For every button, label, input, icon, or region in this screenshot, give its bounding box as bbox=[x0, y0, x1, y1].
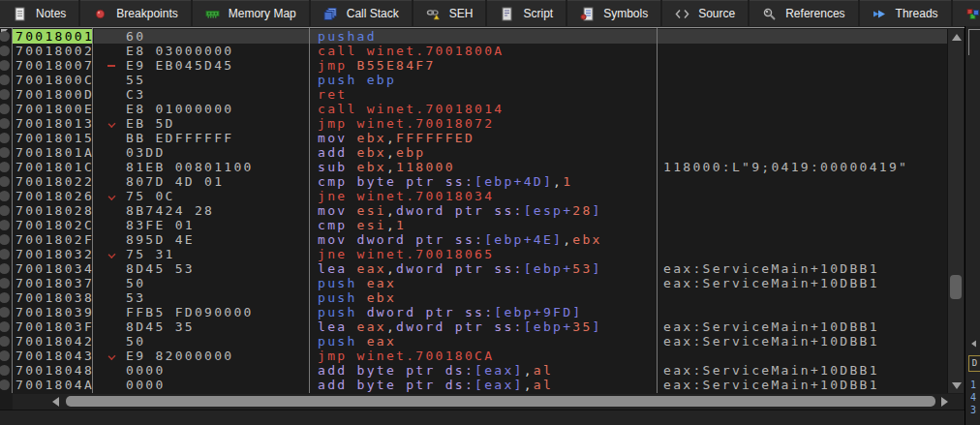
breakpoint-dot[interactable] bbox=[0, 191, 10, 201]
instruction-address: 70018013 bbox=[15, 116, 94, 131]
instruction-bytes: FFB5 FD090000 bbox=[126, 305, 254, 319]
breakpoint-dot[interactable] bbox=[0, 205, 10, 216]
instruction-token: [esp+ bbox=[524, 203, 573, 218]
breakpoint-dot[interactable] bbox=[0, 234, 10, 245]
jump-down-icon bbox=[108, 352, 116, 360]
instruction-token: lea bbox=[318, 261, 357, 276]
disasm-row[interactable]: 70018002E8 03000000call winet.7001800A bbox=[0, 44, 947, 58]
scroll-right-button[interactable] bbox=[937, 394, 952, 410]
breakpoint-dot[interactable] bbox=[0, 220, 10, 230]
instruction-token: call winet.7001800A bbox=[318, 44, 504, 58]
instruction-token: [ebp+4E] bbox=[484, 232, 563, 247]
instruction-token: dword ptr ss: bbox=[367, 305, 495, 319]
disasm-row[interactable]: 7001802C83FE 01cmp esi,1 bbox=[0, 218, 947, 232]
tab-notes[interactable]: Notes bbox=[0, 0, 78, 26]
instruction-bytes: BB EDFFFFFF bbox=[126, 131, 233, 145]
vertical-scroll-thumb[interactable] bbox=[950, 275, 962, 299]
instruction-text: add ebx,ebp bbox=[318, 145, 425, 160]
breakpoint-dot[interactable] bbox=[0, 321, 10, 332]
breakpoint-dot[interactable] bbox=[0, 89, 10, 100]
instruction-address: 70018026 bbox=[15, 189, 94, 203]
scroll-down-button[interactable] bbox=[948, 378, 965, 393]
instruction-token: jmp winet.70018072 bbox=[318, 116, 494, 131]
disasm-row[interactable]: 700180348D45 53lea eax,dword ptr ss:[ebp… bbox=[0, 261, 947, 276]
disasm-row[interactable]: 7001801A03DDadd ebx,ebp bbox=[0, 145, 947, 160]
instruction-token: jne winet.70018065 bbox=[318, 247, 494, 261]
instruction-token: , bbox=[563, 232, 572, 247]
disasm-row[interactable]: 7001803F8D45 35lea eax,dword ptr ss:[ebp… bbox=[0, 319, 947, 334]
breakpoint-dot[interactable] bbox=[0, 118, 10, 129]
tab-label: Breakpoints bbox=[116, 7, 177, 20]
disasm-row[interactable]: 7001802675 0Cjne winet.70018034 bbox=[0, 189, 947, 203]
instruction-address: 7001804A bbox=[15, 378, 94, 392]
scroll-up-button[interactable] bbox=[948, 29, 965, 45]
tab-label: Script bbox=[523, 7, 553, 20]
instruction-token: 28 bbox=[572, 203, 592, 218]
disasm-row[interactable]: 70018013EB 5Djmp winet.70018072 bbox=[0, 116, 947, 131]
disasm-row[interactable]: 7001800C55push ebp bbox=[0, 73, 947, 87]
memory-map-icon bbox=[205, 7, 220, 21]
disasm-row[interactable]: 7001804A0000add byte ptr ds:[eax],aleax:… bbox=[0, 378, 947, 392]
vertical-scrollbar[interactable] bbox=[947, 29, 964, 393]
breakpoint-dot[interactable] bbox=[0, 133, 10, 143]
breakpoint-dot[interactable] bbox=[0, 365, 10, 376]
tab-label: Memory Map bbox=[229, 7, 296, 20]
disasm-row[interactable]: 70018015BB EDFFFFFFmov ebx,FFFFFFED bbox=[0, 131, 947, 145]
breakpoint-dot[interactable] bbox=[0, 104, 10, 114]
disasm-row[interactable]: 7001801C81EB 00801100sub ebx,11800011800… bbox=[0, 160, 947, 174]
disasm-row[interactable]: 7001800160pushad bbox=[0, 29, 947, 44]
tab-handles[interactable]: Handles bbox=[953, 0, 980, 26]
horizontal-scroll-thumb[interactable] bbox=[66, 396, 935, 407]
tab-memory-map[interactable]: Memory Map bbox=[193, 0, 309, 26]
disasm-row[interactable]: 7001803275 31jne winet.70018065 bbox=[0, 247, 947, 261]
tab-references[interactable]: References bbox=[750, 0, 857, 26]
tab-script[interactable]: Script bbox=[487, 0, 566, 26]
jump-down-icon bbox=[108, 193, 116, 200]
disasm-row[interactable]: 7001803750push eaxeax:ServiceMain+10DBB1 bbox=[0, 276, 947, 290]
disasm-row[interactable]: 70018039FFB5 FD090000push dword ptr ss:[… bbox=[0, 305, 947, 319]
disasm-row[interactable]: 70018022807D 4D 01cmp byte ptr ss:[ebp+4… bbox=[0, 174, 947, 189]
breakpoint-dot[interactable] bbox=[0, 263, 10, 274]
breakpoint-dot[interactable] bbox=[0, 31, 10, 42]
breakpoint-dot[interactable] bbox=[0, 379, 10, 390]
handles-icon bbox=[965, 7, 980, 21]
tab-threads[interactable]: Threads bbox=[860, 0, 951, 26]
instruction-bytes: 53 bbox=[126, 290, 145, 305]
disasm-row[interactable]: 70018007E9 EB045D45jmp B55E84F7 bbox=[0, 58, 947, 73]
breakpoint-dot[interactable] bbox=[0, 307, 10, 318]
breakpoint-dot[interactable] bbox=[0, 162, 10, 172]
breakpoint-dot[interactable] bbox=[0, 46, 10, 56]
instruction-token: 118000 bbox=[396, 160, 455, 174]
breakpoint-dot[interactable] bbox=[0, 292, 10, 303]
disasm-row[interactable]: 7001802F895D 4Emov dword ptr ss:[ebp+4E]… bbox=[0, 232, 947, 247]
disasm-row[interactable]: 700180480000add byte ptr ds:[eax],aleax:… bbox=[0, 363, 947, 378]
instruction-address: 7001801C bbox=[15, 160, 94, 174]
breakpoints-icon bbox=[93, 7, 107, 21]
disasm-row[interactable]: 7001800DC3ret bbox=[0, 87, 947, 102]
tab-source[interactable]: Source bbox=[662, 0, 748, 26]
disasm-row[interactable]: 7001800EE8 01000000call winet.70018014 bbox=[0, 102, 947, 116]
breakpoint-dot[interactable] bbox=[0, 249, 10, 259]
breakpoint-dot[interactable] bbox=[0, 75, 10, 85]
disasm-row[interactable]: 7001803853push ebx bbox=[0, 290, 947, 305]
disasm-row[interactable]: 7001804250push eaxeax:ServiceMain+10DBB1 bbox=[0, 334, 947, 349]
breakpoint-dot[interactable] bbox=[0, 278, 10, 288]
tab-seh[interactable]: SEH bbox=[413, 0, 486, 26]
breakpoint-dot[interactable] bbox=[0, 350, 10, 361]
tab-call-stack[interactable]: Call Stack bbox=[311, 0, 412, 26]
breakpoint-dot[interactable] bbox=[0, 60, 10, 71]
instruction-bytes: E8 01000000 bbox=[126, 102, 233, 116]
horizontal-scrollbar[interactable] bbox=[13, 394, 964, 410]
tab-symbols[interactable]: Symbols bbox=[567, 0, 660, 26]
instruction-token: , bbox=[386, 160, 396, 174]
breakpoint-dot[interactable] bbox=[0, 147, 10, 158]
call-stack-icon bbox=[323, 7, 338, 21]
breakpoint-dot[interactable] bbox=[0, 336, 10, 347]
disasm-row[interactable]: 70018043E9 82000000jmp winet.700180CA bbox=[0, 349, 947, 363]
column-divider-disasm bbox=[657, 28, 658, 393]
scroll-left-button[interactable] bbox=[48, 394, 63, 410]
disasm-row[interactable]: 700180288B7424 28mov esi,dword ptr ss:[e… bbox=[0, 203, 947, 218]
instruction-address: 70018001 bbox=[15, 29, 94, 44]
breakpoint-dot[interactable] bbox=[0, 176, 10, 187]
tab-breakpoints[interactable]: Breakpoints bbox=[80, 0, 190, 26]
